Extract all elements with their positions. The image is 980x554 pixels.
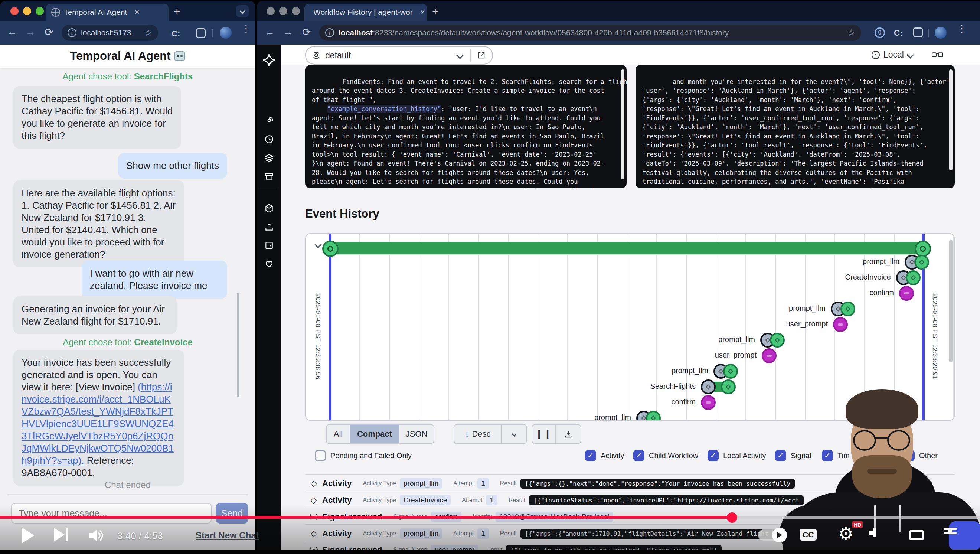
tab-workflow-history[interactable]: Workflow History | agent-wor × bbox=[304, 4, 427, 21]
site-info-icon[interactable]: i bbox=[68, 28, 76, 37]
profile-avatar[interactable] bbox=[935, 27, 947, 38]
blue-action-button[interactable] bbox=[949, 521, 980, 550]
tab-close-icon[interactable]: × bbox=[420, 8, 425, 17]
hd-quality-badge: HD bbox=[852, 521, 863, 528]
timeline-event-label: prompt_llm bbox=[789, 304, 826, 313]
view-compact-button[interactable]: Compact bbox=[350, 425, 399, 443]
sidebar-workflows-icon[interactable] bbox=[264, 116, 274, 126]
sidebar-archive-icon[interactable] bbox=[264, 172, 274, 181]
code-text: : "user: I'd like to travel to an event\… bbox=[312, 105, 605, 188]
activity-completed-icon[interactable] bbox=[646, 411, 661, 421]
app-title: Temporal AI Agent bbox=[70, 49, 171, 63]
sidebar-stack-icon[interactable] bbox=[264, 153, 274, 162]
sidebar-feedback-heart-icon[interactable] bbox=[264, 259, 274, 269]
code-scrollbar[interactable] bbox=[949, 69, 953, 170]
activity-completed-icon[interactable] bbox=[906, 270, 921, 285]
sidebar-docs-icon[interactable] bbox=[264, 240, 274, 250]
browser-menu-icon[interactable]: ⋮ bbox=[241, 27, 243, 30]
namespace-selector[interactable]: default bbox=[305, 46, 493, 65]
download-history-button[interactable] bbox=[556, 425, 581, 443]
sidebar-import-icon[interactable] bbox=[264, 222, 274, 232]
minimize-window-button[interactable] bbox=[279, 7, 287, 15]
copilot-extension-icon[interactable]: C: bbox=[172, 29, 180, 38]
autoplay-toggle[interactable] bbox=[758, 530, 786, 541]
activity-completed-icon[interactable] bbox=[721, 379, 736, 394]
next-video-icon[interactable] bbox=[54, 528, 68, 541]
play-button-icon[interactable] bbox=[22, 527, 34, 544]
reload-button[interactable]: ⟳ bbox=[45, 26, 53, 38]
activity-completed-icon[interactable] bbox=[840, 301, 855, 316]
signal-event-icon[interactable] bbox=[701, 395, 716, 410]
app-header: Temporal AI Agent bbox=[0, 45, 255, 68]
browser-menu-icon[interactable]: ⋮ bbox=[957, 27, 959, 30]
extensions-puzzle-icon[interactable] bbox=[196, 28, 206, 38]
workflow-result-code-panel[interactable]: and month you're interested in for the e… bbox=[635, 65, 955, 188]
site-info-icon[interactable]: i bbox=[325, 28, 334, 37]
pending-failed-only-checkbox[interactable] bbox=[315, 450, 326, 461]
activity-completed-icon[interactable] bbox=[723, 364, 738, 379]
toolbar-divider bbox=[928, 29, 929, 37]
password-manager-icon[interactable]: 0 bbox=[875, 27, 885, 38]
zoom-window-button[interactable] bbox=[292, 7, 300, 15]
view-all-button[interactable]: All bbox=[327, 425, 350, 443]
reload-button[interactable]: ⟳ bbox=[302, 26, 311, 38]
extensions-puzzle-icon[interactable] bbox=[913, 27, 923, 37]
captions-button[interactable]: CC bbox=[800, 529, 817, 541]
video-progress-played[interactable] bbox=[0, 516, 732, 519]
signal-event-icon[interactable] bbox=[762, 348, 776, 363]
video-frame: Temporal AI Agent × + ← → ⟳ i localhost:… bbox=[0, 0, 980, 554]
tab-strip: Workflow History | agent-wor × + bbox=[257, 1, 980, 21]
signal-event-icon[interactable] bbox=[833, 317, 848, 332]
bookmark-star-icon[interactable]: ☆ bbox=[144, 27, 152, 38]
code-scrollbar[interactable] bbox=[621, 69, 624, 179]
browser-toolbar: ← → ⟳ i localhost:5173 ☆ C: ⋮ bbox=[0, 21, 255, 45]
signal-event-icon[interactable] bbox=[899, 286, 914, 301]
sort-desc-button[interactable]: ↓Desc bbox=[454, 425, 502, 443]
browser-window-left: Temporal AI Agent × + ← → ⟳ i localhost:… bbox=[0, 1, 255, 549]
workflow-input-code-panel[interactable]: FindEvents: Find an event to travel to 2… bbox=[305, 65, 627, 188]
bookmark-star-icon[interactable]: ☆ bbox=[847, 27, 855, 38]
copilot-extension-icon[interactable]: C: bbox=[894, 28, 902, 38]
sidebar-namespaces-icon[interactable] bbox=[264, 204, 274, 213]
filter-activity-checkbox[interactable]: ✓ bbox=[585, 450, 596, 461]
view-json-button[interactable]: JSON bbox=[399, 425, 434, 443]
filter-child-workflow-checkbox[interactable]: ✓ bbox=[633, 450, 644, 461]
video-progress-remaining[interactable] bbox=[732, 516, 980, 519]
video-progress-handle[interactable] bbox=[727, 513, 737, 523]
sort-options-chevron[interactable] bbox=[502, 425, 527, 443]
close-window-button[interactable] bbox=[267, 7, 275, 15]
pause-updates-button[interactable]: ❙❙ bbox=[532, 425, 556, 443]
address-bar[interactable]: i localhost:5173 ☆ bbox=[62, 24, 158, 41]
open-external-icon[interactable] bbox=[477, 51, 485, 59]
new-tab-button[interactable]: + bbox=[174, 5, 180, 18]
workflow-execution-bar[interactable] bbox=[330, 242, 924, 255]
tab-temporal-ai-agent[interactable]: Temporal AI Agent × bbox=[46, 4, 169, 21]
new-tab-button[interactable]: + bbox=[432, 5, 439, 18]
minimize-window-button[interactable] bbox=[23, 7, 31, 15]
address-bar[interactable]: i localhost:8233/namespaces/default/work… bbox=[319, 24, 861, 41]
back-button[interactable]: ← bbox=[264, 26, 275, 38]
forward-button[interactable]: → bbox=[283, 26, 293, 38]
forward-button[interactable]: → bbox=[25, 26, 36, 38]
timeline-scrollbar[interactable] bbox=[949, 240, 953, 362]
theater-mode-icon[interactable] bbox=[910, 530, 924, 540]
zoom-window-button[interactable] bbox=[36, 7, 44, 15]
volume-icon[interactable] bbox=[88, 528, 104, 543]
tab-close-icon[interactable]: × bbox=[134, 8, 139, 17]
invoice-link[interactable]: (https://invoice.stripe.com/i/acct_1NBOL… bbox=[22, 381, 174, 466]
settings-gear-icon[interactable]: ⚙ bbox=[838, 524, 853, 544]
miniplayer-button-icon[interactable] bbox=[873, 528, 876, 537]
timezone-selector[interactable]: Local bbox=[872, 50, 913, 60]
activity-scheduled-icon[interactable] bbox=[701, 379, 716, 394]
sidebar-schedules-icon[interactable] bbox=[264, 134, 274, 144]
back-button[interactable]: ← bbox=[7, 26, 17, 38]
activity-completed-icon[interactable] bbox=[770, 333, 785, 347]
labs-glasses-icon[interactable] bbox=[932, 51, 943, 59]
activity-completed-icon[interactable] bbox=[914, 255, 929, 269]
chat-scrollbar[interactable] bbox=[237, 293, 239, 397]
filter-local-activity-checkbox[interactable]: ✓ bbox=[708, 450, 719, 461]
tab-search-button[interactable] bbox=[236, 5, 249, 17]
profile-avatar[interactable] bbox=[220, 27, 232, 38]
close-window-button[interactable] bbox=[10, 7, 19, 15]
start-new-chat-link[interactable]: Start New Chat bbox=[196, 530, 259, 541]
